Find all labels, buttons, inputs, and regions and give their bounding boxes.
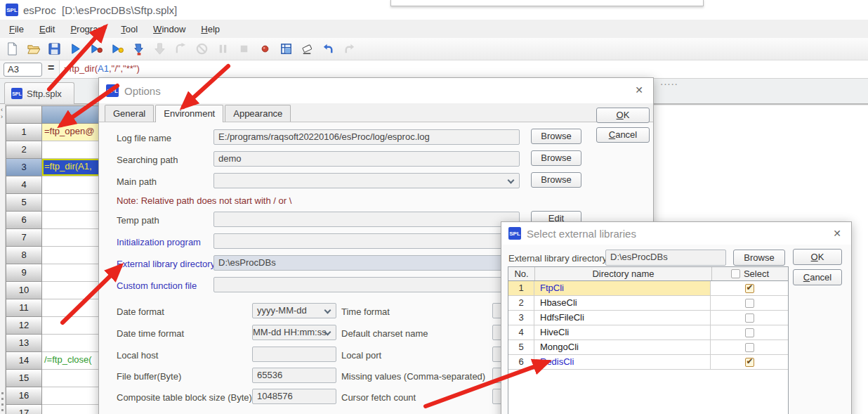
library-row-number: 2 [508,296,534,310]
library-table-header: No. Directory name Select [508,266,789,281]
menu-item-program[interactable]: Program [63,21,113,37]
calculate-area-icon[interactable] [279,41,294,56]
left-splitter[interactable] [0,104,6,414]
menu-item-file[interactable]: File [1,21,32,37]
library-checkbox-hdfsfilecli[interactable] [745,313,754,323]
tab-appearance[interactable]: Appearance [225,105,291,122]
row-header-2[interactable]: 2 [6,141,42,159]
tab-general[interactable]: General [105,105,154,122]
breakpoint-icon[interactable] [258,41,272,56]
clear-icon[interactable] [300,41,315,56]
row-header-16[interactable]: 16 [6,387,42,405]
row-header-9[interactable]: 9 [6,264,42,282]
row-header-13[interactable]: 13 [6,335,42,352]
initialization-program-field[interactable] [213,233,520,249]
menu-item-help[interactable]: Help [193,21,228,37]
library-ok-button[interactable]: OK [793,249,842,265]
options-ok-button[interactable]: OK [596,108,650,123]
row-header-4[interactable]: 4 [6,176,42,194]
sheet-tab-label: Sftp.splx [27,89,62,99]
row-header-1[interactable]: 1 [6,124,42,141]
log-file-browse-button[interactable]: Browse [531,129,581,144]
menu-item-window[interactable]: Window [145,21,193,37]
library-name[interactable]: HdfsFileCli [534,311,711,325]
new-icon[interactable] [5,41,20,56]
library-directory-label: External library directory [508,253,607,264]
searching-path-field[interactable]: demo [213,151,520,167]
composite-table-block-size-field[interactable]: 1048576 [252,389,336,404]
row-header-14[interactable]: 14 [6,352,42,370]
row-header-12[interactable]: 12 [6,317,42,335]
select-libraries-title: Select external libraries [527,228,636,240]
row-header-6[interactable]: 6 [6,212,42,229]
collapse-left-icon[interactable] [1,107,3,113]
temp-path-field[interactable] [213,212,520,227]
main-path-combo[interactable] [213,173,520,188]
file-buffer-field[interactable]: 65536 [252,368,336,383]
library-row-mongocli[interactable]: 5MongoCli [508,340,788,355]
options-cancel-button[interactable]: Cancel [596,127,650,143]
date-format-label: Date format [117,306,164,317]
select-all-checkbox[interactable] [731,269,740,278]
menu-item-tool[interactable]: Tool [113,21,145,37]
log-file-name-field[interactable]: E:/programs/raqsoft20220106/esProc/log/e… [213,129,520,145]
library-row-number: 5 [508,340,534,354]
log-file-name-label: Log file name [117,133,171,143]
library-checkbox-ftpcli[interactable] [745,284,754,293]
library-checkbox-hbasecli[interactable] [745,299,754,308]
row-header-8[interactable]: 8 [6,247,42,264]
external-library-directory-field[interactable]: D:\esProcDBs [213,255,520,271]
row-header-10[interactable]: 10 [6,282,42,299]
expand-right-icon[interactable] [1,114,3,120]
undo-icon[interactable] [321,41,336,56]
library-row-rediscli[interactable]: 6RedisCli [508,355,788,370]
date-time-format-combo[interactable]: MM-dd HH:mm:ss [252,325,336,340]
save-icon[interactable] [47,41,62,56]
run-to-cursor-icon[interactable] [89,41,104,56]
row-header-11[interactable]: 11 [6,299,42,317]
local-host-field[interactable] [252,347,336,362]
options-close-icon[interactable]: ✕ [635,84,643,96]
column-select: Select [712,267,788,280]
step-run-icon[interactable] [110,41,125,56]
library-row-ftpcli[interactable]: 1FtpCli [508,281,788,296]
library-checkbox-hivecli[interactable] [745,328,754,337]
step-into-icon [152,41,167,56]
library-name[interactable]: HbaseCli [534,296,711,310]
library-name[interactable]: FtpCli [534,281,711,295]
step-next-icon[interactable] [131,41,146,56]
select-libraries-close-icon[interactable]: ✕ [833,228,841,239]
custom-function-file-field[interactable] [213,277,520,292]
panel-drag-handle[interactable] [661,82,679,86]
main-path-browse-button[interactable]: Browse [531,172,581,188]
tab-environment[interactable]: Environment [155,105,223,122]
library-directory-field[interactable]: D:\esProcDBs [605,250,726,266]
library-row-hivecli[interactable]: 4HiveCli [508,325,788,340]
menu-item-edit[interactable]: Edit [32,21,63,37]
toolbar [0,38,868,60]
date-format-combo[interactable]: yyyy-MM-dd [252,303,336,318]
grid-corner-cell[interactable] [6,105,42,124]
run-icon[interactable] [68,41,83,56]
open-icon[interactable] [26,41,41,56]
library-browse-button[interactable]: Browse [733,250,785,266]
custom-function-file-label: Custom function file [117,280,197,291]
library-row-hbasecli[interactable]: 2HbaseCli [508,296,788,311]
library-cancel-button[interactable]: Cancel [793,269,842,285]
formula-text[interactable]: =ftp_dir(A1,"/","**") [59,60,868,78]
row-header-15[interactable]: 15 [6,370,42,387]
library-checkbox-mongocli[interactable] [745,343,754,352]
library-name[interactable]: RedisCli [534,355,711,369]
row-header-17[interactable]: 17 [6,405,42,414]
sheet-tab-sftp[interactable]: SPL Sftp.splx [4,82,74,104]
row-header-7[interactable]: 7 [6,229,42,247]
library-name[interactable]: HiveCli [534,325,711,339]
row-header-5[interactable]: 5 [6,194,42,212]
library-checkbox-rediscli[interactable] [745,358,754,367]
missing-values-label: Missing values (Comma-separated) [341,371,485,382]
cell-reference-box[interactable]: A3 [4,63,42,77]
library-row-hdfsfilecli[interactable]: 3HdfsFileCli [508,311,788,325]
library-name[interactable]: MongoCli [534,340,711,354]
searching-path-browse-button[interactable]: Browse [531,150,581,166]
row-header-3[interactable]: 3 [6,159,42,176]
